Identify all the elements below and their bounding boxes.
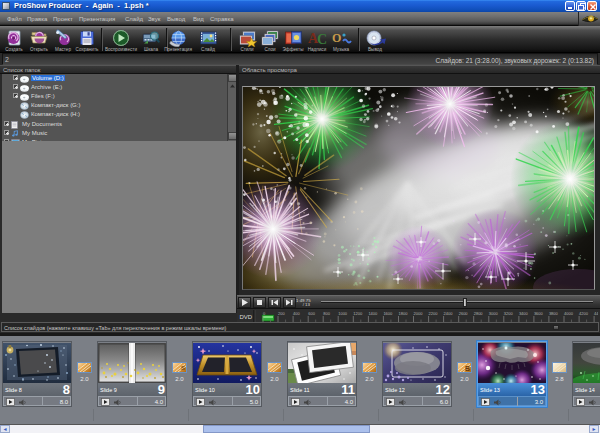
- svg-text:600: 600: [308, 311, 315, 316]
- svg-text:2800: 2800: [474, 311, 484, 316]
- svg-text:C: C: [317, 32, 327, 47]
- svg-text:1000: 1000: [338, 311, 348, 316]
- svg-text:1400: 1400: [368, 311, 378, 316]
- svg-text:400: 400: [293, 311, 300, 316]
- svg-text:DVD: DVD: [240, 314, 253, 320]
- svg-text:O: O: [332, 31, 341, 45]
- svg-text:3600: 3600: [534, 311, 544, 316]
- svg-text:2200: 2200: [429, 311, 439, 316]
- svg-text:4200: 4200: [579, 311, 589, 316]
- svg-text:1800: 1800: [399, 311, 409, 316]
- svg-text:3200: 3200: [504, 311, 514, 316]
- svg-text:3400: 3400: [519, 311, 529, 316]
- svg-text:3800: 3800: [549, 311, 559, 316]
- svg-text:3000: 3000: [489, 311, 499, 316]
- svg-text:2000: 2000: [414, 311, 424, 316]
- svg-text:800: 800: [323, 311, 330, 316]
- svg-text:1200: 1200: [353, 311, 363, 316]
- svg-text:200: 200: [278, 311, 285, 316]
- svg-text:2600: 2600: [459, 311, 469, 316]
- svg-text:4000: 4000: [564, 311, 574, 316]
- svg-text:4400: 4400: [594, 311, 598, 316]
- svg-text:1600: 1600: [383, 311, 393, 316]
- svg-text:2400: 2400: [444, 311, 454, 316]
